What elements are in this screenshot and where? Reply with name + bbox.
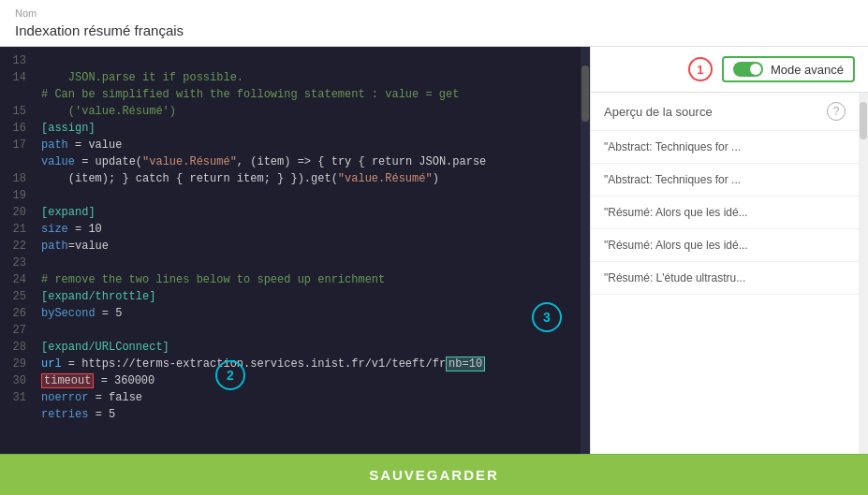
apercu-title: Aperçu de la source (604, 105, 713, 119)
right-header: 1 Mode avancé (591, 47, 868, 93)
right-scroll-thumb[interactable] (860, 102, 867, 139)
name-value: Indexation résumé français (15, 21, 853, 40)
apercu-item: "Abstract: Techniques for ... (591, 131, 859, 164)
code-lines[interactable]: JSON.parse it if possible. # Can be simp… (34, 47, 581, 454)
toggle-switch[interactable] (733, 62, 763, 77)
mode-avance-label: Mode avancé (771, 63, 844, 77)
apercu-item: "Résumé: Alors que les idé... (591, 197, 859, 229)
apercu-header: Aperçu de la source ? (591, 93, 859, 131)
badge-1: 1 (688, 57, 713, 81)
apercu-item: "Résumé: Alors que les idé... (591, 229, 859, 262)
name-section: Nom Indexation résumé français (0, 0, 868, 47)
help-icon[interactable]: ? (827, 102, 846, 121)
right-scrollbar[interactable] (859, 93, 868, 454)
badge-2: 2 (215, 360, 245, 390)
save-label: SAUVEGARDER (369, 467, 499, 483)
code-panel: 13 14 15 16 17 18 19 20 21 22 23 24 25 2… (0, 47, 590, 454)
right-content: Aperçu de la source ? "Abstract: Techniq… (591, 93, 859, 454)
apercu-item: "Abstract: Techniques for ... (591, 164, 859, 197)
apercu-item: "Résumé: L'étude ultrastru... (591, 262, 859, 295)
code-scrollbar[interactable] (581, 47, 590, 454)
mode-avance-toggle[interactable]: Mode avancé (722, 56, 855, 82)
toggle-knob (750, 64, 761, 75)
right-panel: 1 Mode avancé Aperçu de la source ? "Abs… (590, 47, 868, 454)
code-scrollbar-thumb[interactable] (581, 66, 589, 122)
main-area: 13 14 15 16 17 18 19 20 21 22 23 24 25 2… (0, 47, 868, 454)
name-label: Nom (15, 7, 853, 19)
save-bar[interactable]: SAUVEGARDER (0, 454, 868, 495)
code-editor[interactable]: 13 14 15 16 17 18 19 20 21 22 23 24 25 2… (0, 47, 590, 454)
right-panel-inner: Aperçu de la source ? "Abstract: Techniq… (591, 93, 868, 454)
apercu-list[interactable]: "Abstract: Techniques for ... "Abstract:… (591, 131, 859, 454)
apercu-section: Aperçu de la source ? "Abstract: Techniq… (591, 93, 859, 454)
line-numbers: 13 14 15 16 17 18 19 20 21 22 23 24 25 2… (0, 47, 34, 454)
badge-3: 3 (532, 302, 562, 332)
